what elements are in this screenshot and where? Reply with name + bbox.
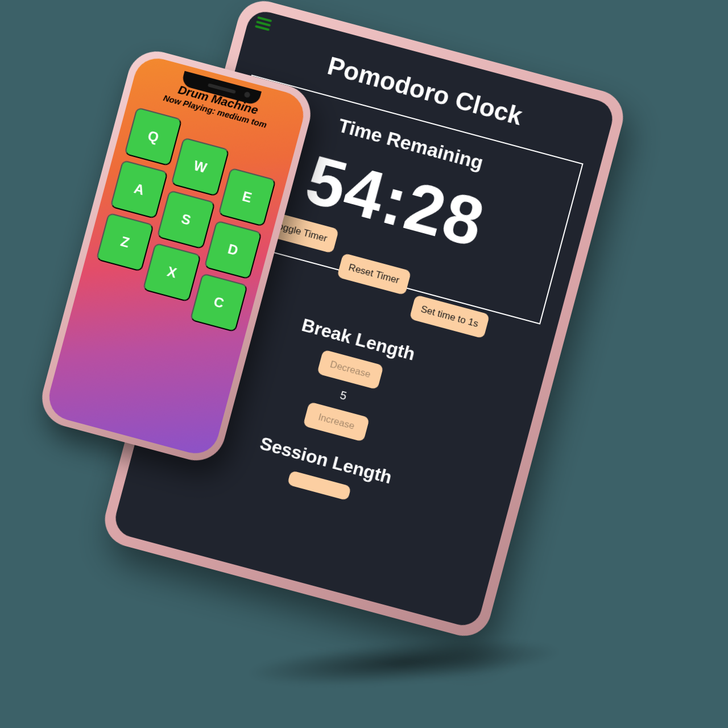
drum-pad-x[interactable]: X	[143, 243, 201, 303]
break-decrease-button[interactable]: Decrease	[317, 349, 384, 390]
set-1s-button[interactable]: Set time to 1s	[409, 295, 490, 339]
drum-pad-c[interactable]: C	[189, 273, 248, 333]
floor-shadow	[243, 632, 564, 694]
drum-pad-w[interactable]: W	[171, 137, 230, 197]
reset-timer-button[interactable]: Reset Timer	[337, 253, 411, 296]
hamburger-icon[interactable]	[255, 16, 272, 31]
drum-pad-d[interactable]: D	[204, 220, 262, 280]
break-increase-button[interactable]: Increase	[303, 402, 370, 442]
drum-pad-grid: Q W E A S D Z X C	[96, 107, 285, 299]
drum-pad-z[interactable]: Z	[96, 213, 154, 272]
break-value: 5	[338, 388, 348, 403]
drum-pad-a[interactable]: A	[110, 160, 168, 220]
drum-pad-s[interactable]: S	[157, 190, 216, 250]
drum-pad-q[interactable]: Q	[124, 107, 183, 167]
drum-pad-e[interactable]: E	[218, 167, 276, 227]
